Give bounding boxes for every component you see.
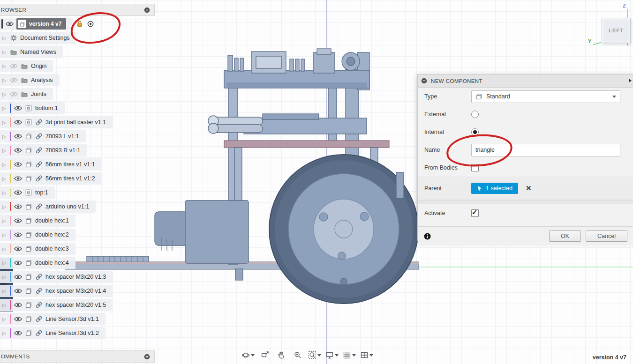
type-dropdown[interactable]: Standard [471,90,620,103]
browser-tree-item[interactable]: ▷ Analysis [0,73,113,87]
browser-tree-item[interactable]: ▷ 3d print ball caster v1:1 [0,115,113,129]
color-bar [10,272,11,282]
parent-selected-chip[interactable]: 1 selected [471,183,518,194]
disclosure-arrow-icon[interactable]: ▷ [1,218,7,223]
browser-tree-item[interactable]: ▷ bottom:1 [0,101,113,115]
viewports-icon[interactable] [359,349,375,361]
disclosure-arrow-icon[interactable]: ▷ [1,92,7,97]
disclosure-arrow-icon[interactable]: ▷ [1,260,7,266]
zoom-icon[interactable] [290,349,305,361]
disclosure-arrow-icon[interactable]: ▷ [1,331,7,336]
info-icon[interactable] [423,232,431,240]
look-at-icon[interactable] [257,349,272,361]
collapse-browser-icon[interactable] [143,7,151,14]
item-label: Origin [31,63,46,69]
disclosure-arrow-icon[interactable]: ▷ [1,148,7,153]
eye-slash-icon[interactable] [10,91,18,97]
browser-tree-item[interactable]: ▷ hex spacer M3x20 v1:5 [0,298,113,312]
eye-icon[interactable] [14,316,22,322]
eye-icon[interactable] [14,302,22,308]
eye-icon[interactable] [14,162,22,167]
browser-tree-item[interactable]: ▷ 70093 R v1:1 [0,143,113,157]
external-radio[interactable] [471,111,479,118]
browser-tree-item[interactable]: ▷ double hex:1 [0,214,113,228]
internal-label: Internal [424,129,471,135]
display-settings-icon[interactable] [324,349,340,361]
browser-tree-item[interactable]: ▷ Joints [0,87,113,101]
disclosure-arrow-icon[interactable]: ▷ [1,162,7,167]
cancel-button[interactable]: Cancel [586,230,627,242]
disclosure-arrow-icon[interactable]: ▷ [1,190,7,195]
disclosure-arrow-icon[interactable]: ▷ [1,275,7,280]
browser-panel-header[interactable]: ROWSER [0,4,155,16]
dialog-expand-icon[interactable] [629,79,632,82]
disclosure-arrow-icon[interactable]: ▷ [1,176,7,181]
color-bar [10,300,11,310]
disclosure-arrow-icon[interactable]: ▷ [1,106,7,111]
dialog-header[interactable]: NEW COMPONENT [418,74,633,88]
ok-button[interactable]: OK [549,230,581,242]
eye-icon[interactable] [14,246,22,252]
disclosure-arrow-icon[interactable]: ▷ [1,204,7,209]
disclosure-arrow-icon[interactable]: ▷ [1,303,7,308]
browser-tree-item[interactable]: ▷ arduino uno v1:1 [0,200,113,214]
eye-icon[interactable] [14,148,22,153]
grid-snap-icon[interactable] [341,349,357,361]
comments-panel-header[interactable]: OMMENTS [0,350,155,363]
expand-comments-icon[interactable] [143,353,151,360]
parent-selected-value: 1 selected [486,185,512,192]
disclosure-arrow-icon[interactable]: ▷ [1,78,7,83]
browser-tree-item[interactable]: ▷ double hex:2 [0,228,113,242]
eye-icon[interactable] [14,274,22,280]
link-icon [35,329,43,337]
eye-icon[interactable] [14,105,22,111]
browser-tree-item[interactable]: ▷ 70093 L v1:1 [0,129,113,143]
collapse-dialog-icon[interactable] [421,77,428,84]
disclosure-arrow-icon[interactable]: ▷ [1,120,7,125]
browser-tree-item[interactable]: ▷ Line Sensor.f3d v1:2 [0,326,113,340]
disclosure-arrow-icon[interactable]: ▷ [1,232,7,238]
component-icon [25,161,32,168]
pan-icon[interactable] [274,349,289,361]
eye-slash-icon[interactable] [10,63,18,69]
browser-tree-item[interactable]: ▷ double hex:3 [0,242,113,256]
eye-icon[interactable] [6,21,14,27]
view-cube[interactable]: Z LEFT Y [587,3,633,47]
from-bodies-row: From Bodies [418,159,633,177]
browser-tree-item[interactable]: ▷ Named Views [0,45,113,59]
activate-checkbox[interactable] [471,209,479,217]
disclosure-arrow-icon[interactable]: ▷ [1,289,7,294]
orbit-icon[interactable] [240,349,256,361]
disclosure-arrow-icon[interactable]: ▷ [1,246,7,252]
eye-icon[interactable] [14,260,22,266]
eye-icon[interactable] [14,204,22,209]
browser-tree-item[interactable]: ▷ Origin [0,59,113,73]
eye-icon[interactable] [14,218,22,223]
eye-icon[interactable] [14,134,22,139]
fit-icon[interactable] [307,349,323,361]
viewcube-face-left[interactable]: LEFT [602,18,631,43]
browser-tree-item[interactable]: ▷ Line Sensor.f3d v1:1 [0,312,113,326]
eye-icon[interactable] [14,119,22,125]
disclosure-arrow-icon[interactable]: ▷ [1,317,7,322]
cursor-icon [477,186,483,192]
disclosure-arrow-icon[interactable]: ▷ [1,50,7,55]
clear-parent-icon[interactable]: ✕ [526,184,532,193]
browser-tree-item[interactable]: ▷ top:1 [0,186,113,200]
activate-row: Activate [418,204,633,222]
browser-tree-item[interactable]: ▷ double hex:4 [0,256,113,270]
disclosure-arrow-icon[interactable]: ▷ [1,64,7,69]
eye-icon[interactable] [14,232,22,238]
eye-icon[interactable] [14,190,22,195]
eye-slash-icon[interactable] [10,77,18,83]
browser-tree-item[interactable]: ▷ hex spacer M3x20 v1:4 [0,284,113,298]
disclosure-arrow-icon[interactable]: ▷ [1,36,7,41]
root-component-pill[interactable]: version 4 v7 [16,18,66,30]
disclosure-arrow-icon[interactable]: ▷ [1,134,7,139]
eye-icon[interactable] [14,288,22,294]
browser-tree-item[interactable]: ▷ 56mm tires v1 v1:1 [0,157,113,171]
eye-icon[interactable] [14,330,22,336]
browser-tree-item[interactable]: ▷ 56mm tires v1 v1:2 [0,171,113,186]
browser-tree-item[interactable]: ▷ hex spacer M3x20 v1:3 [0,270,113,284]
eye-icon[interactable] [14,176,22,181]
